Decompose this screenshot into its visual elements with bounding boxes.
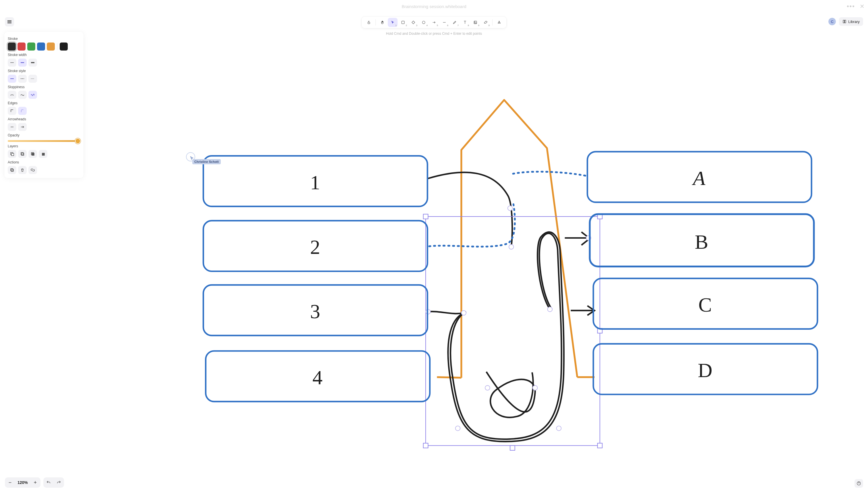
drawn-connector-1-a[interactable] (428, 172, 512, 247)
svg-text:A: A (692, 167, 706, 189)
redo-icon (57, 480, 61, 485)
svg-text:D: D (698, 359, 712, 381)
canvas-box-d[interactable]: D (593, 344, 817, 394)
svg-rect-26 (423, 214, 428, 219)
help-button[interactable] (854, 479, 863, 488)
canvas-box-1[interactable]: 1 (203, 156, 428, 207)
svg-text:B: B (695, 231, 708, 253)
zoom-controls: − 120% + (5, 477, 64, 488)
canvas-box-3[interactable]: 3 (203, 285, 428, 336)
canvas-box-2[interactable]: 2 (203, 221, 428, 271)
whiteboard-canvas[interactable]: 1 2 3 4 A B C D (0, 0, 868, 494)
svg-text:3: 3 (310, 300, 320, 323)
svg-rect-30 (510, 445, 515, 450)
svg-point-33 (461, 310, 466, 315)
svg-rect-29 (598, 443, 603, 448)
canvas-box-a[interactable]: A (587, 152, 811, 202)
svg-text:C: C (698, 293, 712, 316)
svg-point-37 (485, 385, 490, 390)
svg-point-41 (509, 244, 514, 249)
svg-text:4: 4 (312, 366, 322, 388)
help-icon (856, 481, 861, 486)
svg-rect-28 (423, 443, 428, 448)
svg-rect-25 (426, 216, 600, 445)
undo-button[interactable] (43, 477, 54, 488)
svg-point-40 (556, 426, 561, 431)
canvas-box-c[interactable]: C (593, 278, 817, 329)
canvas-box-4[interactable]: 4 (206, 351, 430, 401)
drawn-house-shape[interactable] (437, 100, 594, 378)
canvas-box-b[interactable]: B (590, 214, 814, 267)
undo-icon (46, 480, 51, 485)
zoom-level[interactable]: 120% (15, 477, 30, 488)
svg-point-38 (533, 385, 538, 390)
drawn-dotted-connector-2[interactable] (429, 202, 515, 247)
svg-text:2: 2 (310, 236, 320, 258)
selection-box[interactable] (423, 206, 602, 450)
redo-button[interactable] (54, 477, 64, 488)
zoom-in-button[interactable]: + (30, 477, 40, 488)
svg-point-36 (548, 307, 553, 312)
drawn-selected-shape[interactable] (428, 232, 594, 442)
zoom-out-button[interactable]: − (5, 477, 15, 488)
svg-text:1: 1 (310, 171, 320, 194)
svg-point-34 (508, 206, 513, 211)
svg-point-39 (455, 426, 460, 431)
